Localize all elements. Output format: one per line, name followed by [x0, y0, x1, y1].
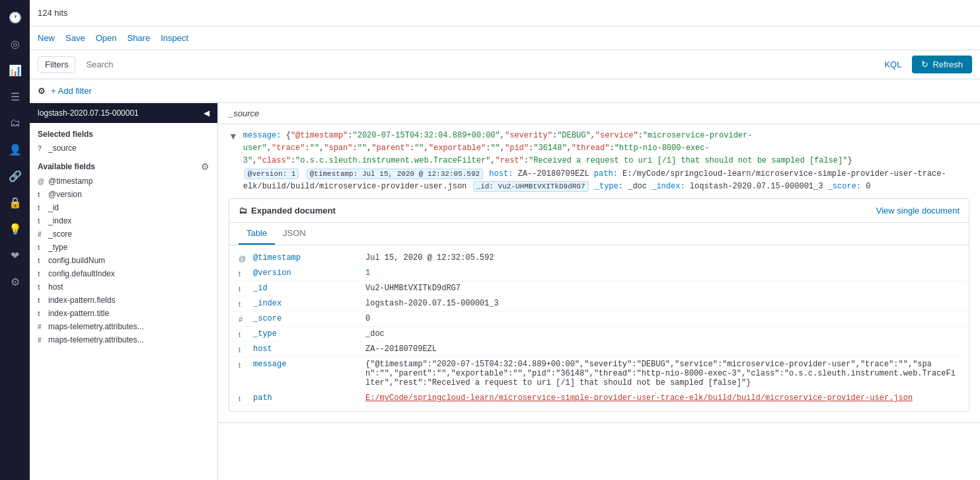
row-type-message: t	[239, 360, 246, 369]
field-name-index: _index	[48, 216, 71, 225]
field-item-mapstelemetry2[interactable]: # maps-telemetry.attributes...	[30, 333, 217, 346]
field-type-t9: t	[38, 310, 44, 317]
table-row-timestamp: @ @timestamp Jul 15, 2020 @ 12:32:05.592	[229, 251, 969, 266]
field-item-host[interactable]: t host	[30, 280, 217, 294]
folder-icon: 🗂	[239, 206, 247, 216]
inspect-button[interactable]: Inspect	[161, 33, 188, 43]
index-header[interactable]: logstash-2020.07.15-000001 ◀	[30, 103, 217, 123]
field-type-t7: t	[38, 284, 44, 291]
field-type-question: ?	[38, 145, 44, 152]
nav-icon-charts[interactable]: 📊	[5, 60, 26, 81]
path-label: path:	[594, 169, 622, 179]
field-type-t4: t	[38, 244, 44, 251]
row-key-score: _score	[253, 314, 359, 323]
row-type-timestamp: @	[239, 253, 246, 262]
expand-button[interactable]: ▼	[229, 131, 238, 141]
row-key-id: _id	[253, 284, 359, 293]
field-type-t3: t	[38, 218, 44, 225]
timestamp-tag: @timestamp: Jul 15, 2020 @ 12:32:05.592	[307, 169, 483, 179]
row-type-version: t	[239, 268, 246, 278]
field-type-hash1: #	[38, 231, 44, 238]
nav-icon-clock[interactable]: 🕐	[5, 7, 26, 28]
table-row-type: t _type _doc	[229, 327, 969, 342]
field-name-mapstelemetry2: maps-telemetry.attributes...	[48, 335, 144, 344]
index-val: loqstash-2020.07.15-000001_3	[690, 182, 823, 191]
host-val: ZA--20180709EZL	[518, 169, 589, 179]
row-type-index: t	[239, 299, 246, 308]
field-name-mapstelemetry1: maps-telemetry.attributes...	[48, 322, 144, 331]
filters-button[interactable]: Filters	[38, 56, 75, 73]
view-single-link[interactable]: View single document	[876, 206, 960, 216]
nav-icon-heart[interactable]: ❤	[5, 245, 26, 266]
field-name-type: _type	[48, 243, 67, 252]
filter-bar: Filters KQL ↻ Refresh	[30, 50, 980, 79]
index-name: logstash-2020.07.15-000001	[38, 108, 139, 118]
nav-icon-gear[interactable]: ⚙	[5, 271, 26, 292]
field-item-type[interactable]: t _type	[30, 241, 217, 254]
field-item-score[interactable]: # _score	[30, 227, 217, 241]
row-key-index: _index	[253, 299, 359, 308]
field-name-timestamp: @timestamp	[48, 177, 93, 186]
nav-icon-link[interactable]: 🔗	[5, 165, 26, 186]
nav-icon-discover[interactable]: ◎	[5, 33, 26, 54]
nav-icon-menu[interactable]: ☰	[5, 86, 26, 107]
field-item-id[interactable]: t _id	[30, 201, 217, 214]
refresh-button[interactable]: ↻ Refresh	[912, 56, 972, 73]
field-item-version[interactable]: t @version	[30, 188, 217, 201]
expanded-document: 🗂 Expanded document View single document…	[229, 198, 969, 412]
tab-json[interactable]: JSON	[275, 223, 314, 245]
field-type-t1: t	[38, 191, 44, 198]
expanded-doc-header: 🗂 Expanded document View single document	[229, 199, 969, 223]
nav-icon-user[interactable]: 👤	[5, 139, 26, 160]
row-val-path: E:/myCode/springcloud-learn/microservice…	[365, 393, 960, 403]
row-type-host: t	[239, 344, 246, 354]
right-panel: _source ▼ message: {"@timestamp":"2020-0…	[218, 103, 980, 480]
row-val-doctype: _doc	[365, 329, 960, 339]
refresh-label: Refresh	[932, 60, 963, 69]
field-item-configdefaultindex[interactable]: t config.defaultIndex	[30, 267, 217, 280]
row-type-doctype: t	[239, 329, 246, 339]
expanded-doc-title: 🗂 Expanded document	[239, 206, 336, 216]
field-item-indexpatternfields[interactable]: t index-pattern.fields	[30, 294, 217, 307]
open-button[interactable]: Open	[96, 33, 117, 43]
field-type-at: @	[38, 178, 44, 185]
row-key-host: host	[253, 344, 359, 354]
doc-header: ▼ message: {"@timestamp":"2020-07-15T04:…	[218, 124, 980, 198]
nav-icon-folders[interactable]: 🗂	[5, 112, 26, 134]
field-item-index[interactable]: t _index	[30, 214, 217, 227]
save-button[interactable]: Save	[65, 33, 85, 43]
field-type-t5: t	[38, 257, 44, 264]
field-item-indexpatterntitle[interactable]: t index-pattern.title	[30, 307, 217, 320]
nav-icon-lock[interactable]: 🔒	[5, 192, 26, 213]
settings-icon: ⚙	[38, 86, 46, 96]
field-item-timestamp[interactable]: @ @timestamp	[30, 175, 217, 188]
table-row-score: # _score 0	[229, 311, 969, 327]
hits-count: 124 hits	[38, 8, 68, 18]
document-row: ▼ message: {"@timestamp":"2020-07-15T04:…	[218, 124, 980, 423]
row-type-id: t	[239, 284, 246, 293]
type-val: _doc	[628, 182, 647, 191]
available-fields-gear-icon[interactable]: ⚙	[201, 161, 209, 172]
kql-button[interactable]: KQL	[884, 60, 901, 69]
tab-table[interactable]: Table	[239, 223, 275, 245]
row-type-score: #	[239, 314, 246, 323]
available-fields-title: Available fields	[38, 162, 95, 171]
row-val-version: 1	[365, 268, 960, 278]
toolbar: New Save Open Share Inspect	[30, 26, 980, 50]
row-type-path: t	[239, 393, 246, 403]
field-name-configbuildnum: config.buildNum	[48, 256, 105, 265]
nav-icon-bulb[interactable]: 💡	[5, 218, 26, 239]
table-row-index: t _index logstash-2020.07.15-000001_3	[229, 296, 969, 311]
score-val: 0	[866, 182, 870, 191]
new-button[interactable]: New	[38, 33, 55, 43]
field-name-indexpatterntitle: index-pattern.title	[48, 309, 109, 318]
available-header: Available fields ⚙	[30, 155, 217, 175]
field-item-configbuildnum[interactable]: t config.buildNum	[30, 254, 217, 267]
row-val-timestamp: Jul 15, 2020 @ 12:32:05.592	[365, 253, 960, 262]
field-type-t6: t	[38, 270, 44, 278]
field-item-source[interactable]: ? _source	[30, 141, 217, 155]
add-filter-link[interactable]: + Add filter	[51, 86, 92, 96]
share-button[interactable]: Share	[127, 33, 150, 43]
field-item-mapstelemetry1[interactable]: # maps-telemetry.attributes...	[30, 320, 217, 333]
search-input[interactable]	[81, 60, 879, 69]
